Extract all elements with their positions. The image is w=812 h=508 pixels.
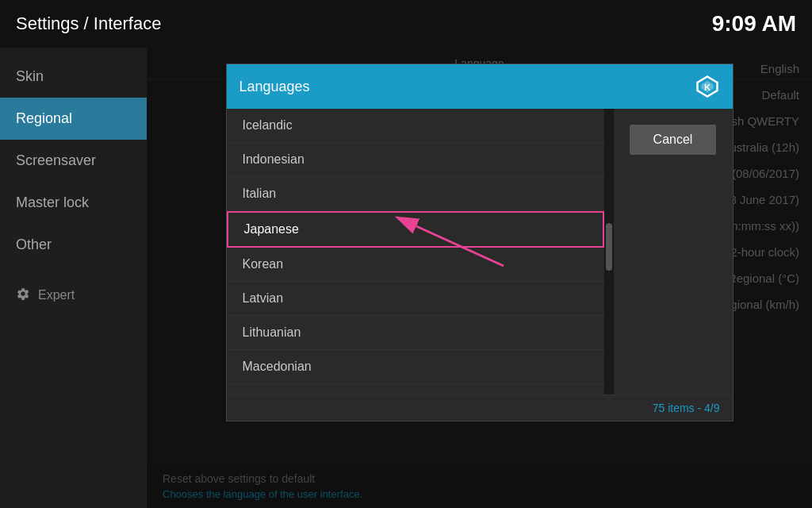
lang-item-icelandic[interactable]: Icelandic — [227, 109, 604, 143]
lang-item-indonesian[interactable]: Indonesian — [227, 143, 604, 177]
sidebar-item-regional[interactable]: Regional — [0, 98, 147, 140]
sidebar-item-expert[interactable]: Expert — [0, 274, 147, 317]
main-layout: Skin Regional Screensaver Master lock Ot… — [0, 48, 812, 508]
kodi-logo: K — [695, 74, 720, 99]
header: Settings / Interface 9:09 AM — [0, 0, 812, 48]
sidebar-item-screensaver[interactable]: Screensaver — [0, 140, 147, 182]
scrollbar[interactable] — [604, 109, 614, 394]
lang-item-korean[interactable]: Korean — [227, 248, 604, 282]
lang-item-malay[interactable]: Malay — [227, 384, 604, 394]
svg-text:K: K — [703, 83, 710, 92]
lang-item-japanese[interactable]: Japanese — [227, 211, 604, 248]
sidebar: Skin Regional Screensaver Master lock Ot… — [0, 48, 147, 508]
sidebar-item-master-lock[interactable]: Master lock — [0, 182, 147, 224]
page-title: Settings / Interface — [16, 13, 161, 34]
sidebar-item-other[interactable]: Other — [0, 224, 147, 266]
expert-label: Expert — [38, 288, 75, 302]
gear-icon — [16, 287, 30, 304]
lang-item-macedonian[interactable]: Macedonian — [227, 350, 604, 384]
items-count: 75 items - 4/9 — [227, 394, 733, 421]
scroll-thumb[interactable] — [606, 223, 612, 271]
languages-dialog: Languages K Icelandic Indonesian — [226, 64, 733, 421]
modal-overlay: Languages K Icelandic Indonesian — [147, 48, 812, 508]
sidebar-item-skin[interactable]: Skin — [0, 56, 147, 98]
lang-item-lithuanian[interactable]: Lithuanian — [227, 316, 604, 350]
dialog-body: Icelandic Indonesian Italian Japanese Ko… — [227, 109, 733, 394]
lang-item-latvian[interactable]: Latvian — [227, 282, 604, 316]
clock: 9:09 AM — [712, 11, 796, 37]
dialog-header: Languages K — [227, 64, 733, 109]
language-list: Icelandic Indonesian Italian Japanese Ko… — [227, 109, 604, 394]
dialog-title: Languages — [239, 79, 310, 95]
content-area: Language English Default English QWERTY … — [147, 48, 812, 508]
cancel-button[interactable]: Cancel — [630, 125, 717, 155]
lang-item-italian[interactable]: Italian — [227, 177, 604, 211]
cancel-area: Cancel — [614, 109, 733, 394]
